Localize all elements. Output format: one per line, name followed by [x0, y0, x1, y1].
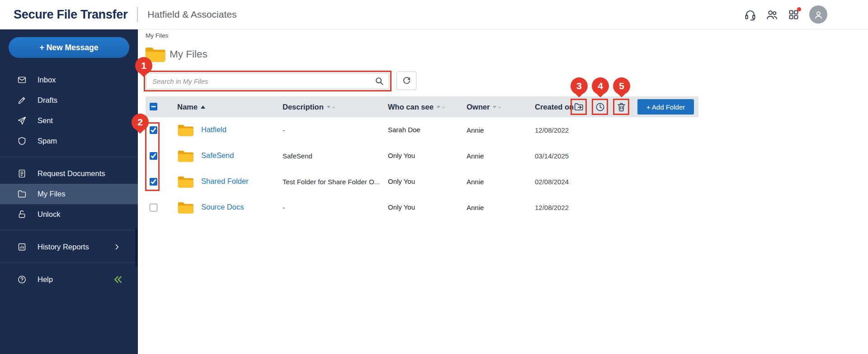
- refresh-icon: [402, 76, 411, 86]
- unlock-icon: [17, 210, 27, 219]
- delete-button[interactable]: [613, 99, 629, 115]
- folder-name-link[interactable]: Shared Folder: [201, 177, 249, 186]
- column-label: Description: [283, 103, 324, 111]
- folder-description: -: [283, 204, 285, 211]
- page-title: My Files: [170, 48, 208, 60]
- sidebar-item-label: My Files: [38, 190, 65, 198]
- topbar-icons: [744, 5, 827, 24]
- row-checkbox[interactable]: [150, 204, 157, 211]
- annotation-badge-4: 4: [592, 77, 609, 95]
- sidebar-item-request-documents[interactable]: Request Documents: [0, 163, 138, 184]
- column-header-who-can-see[interactable]: Who can see: [388, 96, 445, 117]
- refresh-button[interactable]: [396, 72, 416, 90]
- column-header-name[interactable]: Name: [177, 96, 205, 117]
- folder-owner: Annie: [467, 204, 484, 211]
- support-headset-icon[interactable]: [744, 9, 756, 21]
- sidebar-divider: [0, 157, 138, 157]
- folder-icon: [177, 149, 194, 163]
- column-header-owner[interactable]: Owner: [467, 96, 501, 117]
- folder-description: SafeSend: [283, 152, 312, 160]
- annotation-badge-5: 5: [613, 77, 630, 95]
- column-header-created-on[interactable]: Created on: [535, 96, 574, 117]
- column-label: Created on: [535, 103, 574, 111]
- document-icon: [17, 169, 27, 178]
- sidebar-item-my-files[interactable]: My Files: [0, 184, 138, 204]
- app-header: Secure File Transfer Hatfield & Associat…: [0, 0, 868, 29]
- contacts-icon[interactable]: [766, 9, 778, 21]
- apps-grid-icon[interactable]: [788, 9, 800, 21]
- sidebar-divider: [0, 263, 138, 263]
- sidebar-item-label: Sent: [38, 116, 53, 125]
- sidebar-item-drafts[interactable]: Drafts: [0, 90, 138, 110]
- chevron-right-icon: [113, 243, 121, 251]
- folder-created-on: 12/08/2022: [535, 126, 569, 134]
- folder-description: Test Folder for Share Folder O...: [283, 178, 380, 186]
- row-checkbox[interactable]: [150, 126, 157, 134]
- trash-icon: [616, 102, 627, 112]
- notification-dot: [797, 7, 801, 11]
- sidebar-item-history-reports[interactable]: History Reports: [0, 237, 138, 257]
- sidebar-item-label: Inbox: [38, 76, 56, 84]
- app-logo: Secure File Transfer: [14, 8, 127, 22]
- column-label: Name: [177, 103, 198, 111]
- row-checkbox[interactable]: [150, 178, 157, 186]
- row-checkbox[interactable]: [150, 152, 157, 160]
- breadcrumb[interactable]: My Files: [146, 32, 168, 39]
- help-icon: [17, 275, 27, 284]
- sidebar-item-spam[interactable]: Spam: [0, 131, 138, 151]
- search-box: [146, 73, 389, 89]
- report-chart-icon: [17, 242, 27, 252]
- main-content: My Files My Files 1 Name Description: [138, 29, 868, 354]
- sidebar-item-label: Help: [38, 275, 53, 284]
- table-header: Name Description Who can see Owner Creat…: [146, 96, 698, 117]
- sort-icons: [493, 106, 501, 108]
- column-header-description[interactable]: Description: [283, 96, 335, 117]
- folder-owner: Annie: [467, 152, 484, 160]
- search-icon[interactable]: [374, 76, 384, 86]
- pencil-icon: [17, 96, 27, 105]
- page: Secure File Transfer Hatfield & Associat…: [0, 0, 868, 354]
- move-folder-icon: [574, 102, 584, 112]
- move-folder-button[interactable]: [571, 99, 587, 115]
- add-folder-button[interactable]: + Add Folder: [637, 99, 694, 115]
- clock-icon: [595, 102, 605, 112]
- folder-description: -: [283, 126, 285, 134]
- sort-icons: [327, 106, 335, 108]
- sidebar-item-label: Unlock: [38, 210, 60, 219]
- folder-name-link[interactable]: Source Docs: [201, 203, 244, 211]
- folder-owner: Annie: [467, 178, 484, 186]
- sidebar-item-unlock[interactable]: Unlock: [0, 204, 138, 225]
- select-all-checkbox[interactable]: [150, 103, 157, 110]
- column-label: Owner: [467, 103, 490, 111]
- history-button[interactable]: [592, 99, 608, 115]
- sidebar-nav: Inbox Drafts Sent Spam Request Documents: [0, 70, 138, 290]
- sidebar-scrollbar[interactable]: [135, 229, 137, 267]
- folder-who-can-see: Only You: [388, 177, 415, 185]
- folder-who-can-see: Only You: [388, 203, 415, 211]
- folder-icon: [177, 124, 194, 137]
- search-input[interactable]: [146, 73, 389, 89]
- inbox-icon: [17, 75, 27, 85]
- annotation-badge-2: 2: [132, 114, 149, 131]
- sidebar-item-label: Spam: [38, 137, 57, 145]
- new-message-button[interactable]: + New Message: [9, 37, 129, 58]
- header-divider: [137, 7, 138, 22]
- table-row: SafeSend SafeSend Only You Annie 03/14/2…: [146, 143, 698, 169]
- sort-ascending-icon: [201, 105, 205, 109]
- folder-created-on: 03/14/2025: [535, 152, 569, 160]
- sidebar-item-inbox[interactable]: Inbox: [0, 70, 138, 90]
- sidebar-item-help[interactable]: Help: [0, 269, 138, 290]
- sidebar-item-sent[interactable]: Sent: [0, 110, 138, 131]
- column-label: Who can see: [388, 103, 434, 111]
- collapse-sidebar-icon[interactable]: [112, 274, 123, 285]
- folder-name-link[interactable]: SafeSend: [201, 151, 234, 160]
- folder-icon: [17, 189, 27, 199]
- shield-icon: [17, 136, 27, 146]
- sidebar: + New Message Inbox Drafts Sent Spam: [0, 29, 138, 354]
- table-row: Hatfield - Sarah Doe Annie 12/08/2022: [146, 117, 698, 143]
- folder-name-link[interactable]: Hatfield: [201, 125, 226, 134]
- avatar[interactable]: [809, 5, 827, 24]
- sidebar-divider: [0, 230, 138, 230]
- org-name: Hatfield & Associates: [147, 9, 236, 20]
- sidebar-item-label: Drafts: [38, 96, 57, 105]
